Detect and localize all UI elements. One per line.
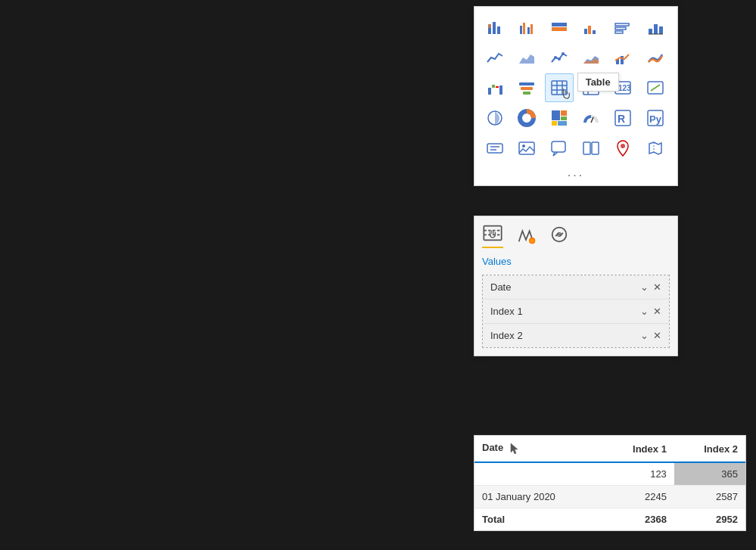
field-date-chevron[interactable]: ⌄ (640, 281, 649, 293)
tab-format[interactable] (515, 224, 537, 248)
svg-text:Py: Py (649, 113, 662, 125)
gauge-icon[interactable] (577, 104, 605, 132)
stacked-area-icon[interactable] (577, 43, 605, 72)
svg-text:123: 123 (618, 84, 631, 92)
svg-point-24 (562, 52, 565, 55)
svg-rect-52 (552, 110, 560, 120)
svg-rect-18 (654, 24, 658, 34)
viz-panel: Table 123 R Py (474, 6, 678, 186)
svg-point-66 (522, 144, 525, 148)
svg-rect-2 (497, 26, 500, 34)
field-index1-remove[interactable]: ✕ (653, 306, 661, 317)
footer-label: Total (474, 508, 603, 531)
svg-rect-5 (523, 23, 525, 34)
fields-list: Date ⌄ ✕ Index 1 ⌄ ✕ Index 2 ⌄ ✕ (482, 275, 670, 348)
field-date-remove[interactable]: ✕ (653, 281, 661, 293)
svg-rect-9 (552, 27, 567, 31)
kpi-icon[interactable] (641, 73, 670, 102)
field-date: Date ⌄ ✕ (483, 275, 669, 300)
field-index1-actions: ⌄ ✕ (640, 306, 661, 317)
svg-rect-31 (496, 86, 499, 88)
field-index2-actions: ⌄ ✕ (640, 330, 661, 341)
footer-index2: 2952 (674, 508, 745, 531)
svg-rect-29 (488, 88, 491, 95)
python-visual-icon[interactable]: Py (641, 104, 670, 132)
col-index2-header: Index 2 (674, 436, 745, 462)
field-index2-remove[interactable]: ✕ (653, 330, 661, 341)
svg-rect-4 (520, 26, 522, 34)
col-date-header: Date (474, 436, 603, 462)
funnel-icon[interactable] (512, 73, 541, 102)
svg-rect-56 (558, 121, 567, 126)
donut-icon[interactable] (512, 104, 541, 132)
line-markers-icon[interactable] (545, 43, 574, 72)
combo-icon[interactable] (608, 43, 637, 72)
svg-rect-11 (584, 29, 587, 34)
100pct-bar-icon[interactable] (545, 13, 574, 42)
field-index2-chevron[interactable]: ⌄ (640, 330, 649, 341)
line-icon[interactable] (481, 43, 509, 72)
svg-rect-33 (519, 82, 534, 85)
image-icon[interactable] (512, 134, 541, 163)
waterfall-icon[interactable] (481, 73, 509, 102)
more-visuals-dots[interactable]: ... (481, 163, 671, 179)
svg-rect-19 (659, 26, 663, 34)
cell-index1-1: 2245 (603, 486, 674, 508)
svg-rect-35 (523, 92, 530, 95)
svg-rect-68 (583, 142, 590, 154)
table-icon[interactable]: Table (545, 73, 574, 102)
svg-point-51 (523, 114, 530, 122)
table-header-row: Date Index 1 Index 2 (474, 436, 745, 462)
text-filter-icon[interactable] (481, 134, 509, 163)
matrix-icon[interactable] (577, 73, 605, 102)
field-index1: Index 1 ⌄ ✕ (483, 300, 669, 324)
svg-rect-32 (499, 85, 502, 95)
speech-bubble-icon[interactable] (545, 134, 574, 163)
clustered-column-icon[interactable] (577, 13, 605, 42)
cell-index2-0: 365 (674, 462, 745, 486)
area-icon[interactable] (512, 43, 541, 72)
svg-point-74 (530, 238, 535, 244)
svg-rect-67 (552, 141, 565, 152)
svg-rect-16 (615, 31, 623, 33)
page-navigator-icon[interactable] (577, 134, 605, 163)
card-icon[interactable]: 123 (608, 73, 637, 102)
tab-fields[interactable] (482, 222, 503, 248)
field-index2: Index 2 ⌄ ✕ (483, 324, 669, 347)
svg-text:R: R (618, 113, 625, 125)
shape-map-icon[interactable] (641, 134, 670, 163)
treemap-icon[interactable] (545, 104, 574, 132)
map-marker-icon[interactable] (608, 134, 637, 163)
svg-rect-15 (615, 27, 626, 30)
fields-panel: Values Date ⌄ ✕ Index 1 ⌄ ✕ Index 2 ⌄ ✕ (474, 216, 678, 356)
svg-rect-3 (488, 24, 491, 28)
cell-date-1: 01 January 2020 (474, 486, 603, 508)
table-panel: Date Index 1 Index 2 123 365 01 January … (474, 435, 746, 531)
svg-rect-7 (530, 24, 533, 34)
field-date-actions: ⌄ ✕ (640, 281, 661, 293)
r-visual-icon[interactable]: R (608, 104, 637, 132)
svg-rect-53 (561, 110, 567, 116)
clustered-bar-icon[interactable] (512, 13, 541, 42)
data-table: Date Index 1 Index 2 123 365 01 January … (474, 436, 745, 530)
stacked-bar-icon[interactable] (481, 13, 509, 42)
slicer-icon[interactable] (481, 104, 509, 132)
cell-index1-0: 123 (603, 462, 674, 486)
field-index1-chevron[interactable]: ⌄ (640, 306, 649, 317)
svg-rect-14 (615, 23, 629, 26)
col-index1-header: Index 1 (603, 436, 674, 462)
svg-rect-13 (593, 30, 596, 34)
svg-line-48 (651, 85, 660, 91)
svg-rect-10 (552, 23, 558, 26)
svg-rect-12 (588, 26, 591, 34)
tab-analytics[interactable] (549, 224, 570, 248)
svg-rect-6 (527, 27, 530, 34)
more-bar-icon[interactable] (641, 13, 670, 42)
svg-rect-55 (552, 121, 557, 126)
table-row: 01 January 2020 2245 2587 (474, 486, 745, 508)
svg-rect-69 (592, 142, 599, 154)
svg-rect-17 (649, 29, 652, 34)
svg-rect-1 (493, 22, 496, 34)
bar-outline-icon[interactable] (608, 13, 637, 42)
ribbon-icon[interactable] (641, 43, 670, 72)
